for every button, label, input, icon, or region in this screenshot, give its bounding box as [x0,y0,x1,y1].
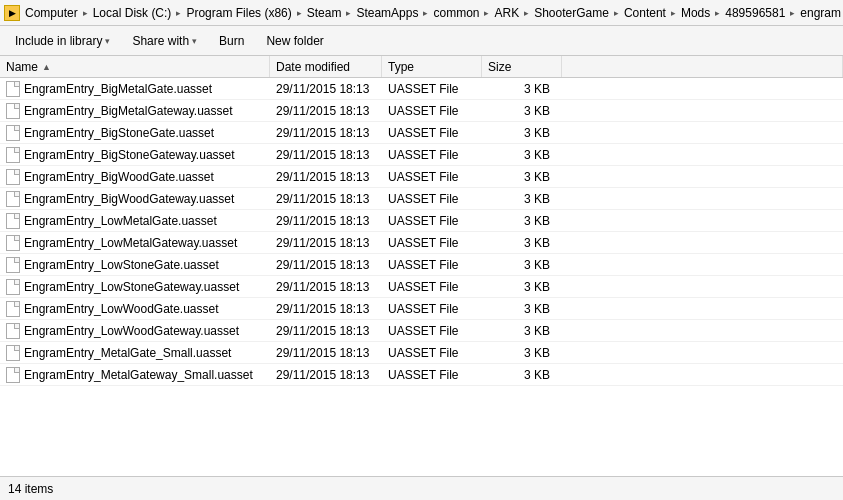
column-headers: Name ▲ Date modified Type Size [0,56,843,78]
new-folder-button[interactable]: New folder [257,30,332,52]
file-icon [6,169,20,185]
folder-icon: ▶ [4,5,20,21]
breadcrumb-mod-id[interactable]: 489596581 [722,5,788,21]
file-icon [6,213,20,229]
file-name-cell: EngramEntry_LowStoneGateway.uasset [0,279,270,295]
file-size-cell: 3 KB [482,236,562,250]
table-row[interactable]: EngramEntry_LowMetalGate.uasset 29/11/20… [0,210,843,232]
breadcrumb-chevron-8[interactable]: ▸ [614,5,619,21]
breadcrumb-chevron-2[interactable]: ▸ [176,5,181,21]
breadcrumb-local-disk[interactable]: Local Disk (C:) [90,5,175,21]
file-size-cell: 3 KB [482,346,562,360]
file-date-cell: 29/11/2015 18:13 [270,324,382,338]
table-row[interactable]: EngramEntry_BigMetalGateway.uasset 29/11… [0,100,843,122]
file-icon [6,147,20,163]
file-icon [6,81,20,97]
file-date-cell: 29/11/2015 18:13 [270,214,382,228]
file-icon [6,257,20,273]
file-name: EngramEntry_BigWoodGateway.uasset [24,192,234,206]
file-name-cell: EngramEntry_LowMetalGateway.uasset [0,235,270,251]
column-type[interactable]: Type [382,56,482,77]
file-size-cell: 3 KB [482,324,562,338]
breadcrumb-chevron-1[interactable]: ▸ [83,5,88,21]
table-row[interactable]: EngramEntry_BigStoneGate.uasset 29/11/20… [0,122,843,144]
status-bar: 14 items [0,476,843,500]
breadcrumb-mods[interactable]: Mods [678,5,713,21]
file-name-cell: EngramEntry_BigWoodGate.uasset [0,169,270,185]
breadcrumb-chevron-9[interactable]: ▸ [671,5,676,21]
file-type-cell: UASSET File [382,368,482,382]
file-type-cell: UASSET File [382,324,482,338]
file-size-cell: 3 KB [482,214,562,228]
table-row[interactable]: EngramEntry_BigWoodGate.uasset 29/11/201… [0,166,843,188]
file-icon [6,191,20,207]
breadcrumb-steamapps[interactable]: SteamApps [353,5,421,21]
burn-button[interactable]: Burn [210,30,253,52]
file-icon [6,367,20,383]
file-type-cell: UASSET File [382,214,482,228]
table-row[interactable]: EngramEntry_BigStoneGateway.uasset 29/11… [0,144,843,166]
table-row[interactable]: EngramEntry_BigMetalGate.uasset 29/11/20… [0,78,843,100]
column-size[interactable]: Size [482,56,562,77]
file-type-cell: UASSET File [382,302,482,316]
file-name: EngramEntry_BigStoneGate.uasset [24,126,214,140]
table-row[interactable]: EngramEntry_BigWoodGateway.uasset 29/11/… [0,188,843,210]
breadcrumb-engram[interactable]: engram [797,5,843,21]
file-date-cell: 29/11/2015 18:13 [270,280,382,294]
file-size-cell: 3 KB [482,302,562,316]
include-chevron-icon: ▾ [105,36,110,46]
file-name: EngramEntry_BigMetalGate.uasset [24,82,212,96]
file-name-cell: EngramEntry_LowStoneGate.uasset [0,257,270,273]
table-row[interactable]: EngramEntry_LowStoneGate.uasset 29/11/20… [0,254,843,276]
file-size-cell: 3 KB [482,104,562,118]
file-size-cell: 3 KB [482,126,562,140]
file-name-cell: EngramEntry_LowWoodGateway.uasset [0,323,270,339]
breadcrumb-chevron-3[interactable]: ▸ [297,5,302,21]
table-row[interactable]: EngramEntry_LowStoneGateway.uasset 29/11… [0,276,843,298]
breadcrumb-chevron-11[interactable]: ▸ [790,5,795,21]
breadcrumb-computer[interactable]: Computer [22,5,81,21]
breadcrumb-common[interactable]: common [430,5,482,21]
file-icon [6,345,20,361]
table-row[interactable]: EngramEntry_MetalGate_Small.uasset 29/11… [0,342,843,364]
file-size-cell: 3 KB [482,368,562,382]
table-row[interactable]: EngramEntry_LowWoodGateway.uasset 29/11/… [0,320,843,342]
breadcrumb-chevron-7[interactable]: ▸ [524,5,529,21]
file-name-cell: EngramEntry_BigWoodGateway.uasset [0,191,270,207]
file-type-cell: UASSET File [382,148,482,162]
include-in-library-button[interactable]: Include in library ▾ [6,30,119,52]
column-rest [562,56,843,77]
file-date-cell: 29/11/2015 18:13 [270,170,382,184]
breadcrumb-chevron-10[interactable]: ▸ [715,5,720,21]
breadcrumb-content[interactable]: Content [621,5,669,21]
breadcrumb-shootergame[interactable]: ShooterGame [531,5,612,21]
breadcrumb-chevron-5[interactable]: ▸ [423,5,428,21]
file-date-cell: 29/11/2015 18:13 [270,302,382,316]
file-type-cell: UASSET File [382,126,482,140]
breadcrumb-chevron-4[interactable]: ▸ [346,5,351,21]
breadcrumb-ark[interactable]: ARK [491,5,522,21]
file-size-cell: 3 KB [482,82,562,96]
file-date-cell: 29/11/2015 18:13 [270,368,382,382]
file-type-cell: UASSET File [382,346,482,360]
file-type-cell: UASSET File [382,192,482,206]
table-row[interactable]: EngramEntry_LowMetalGateway.uasset 29/11… [0,232,843,254]
file-name: EngramEntry_LowMetalGateway.uasset [24,236,237,250]
file-type-cell: UASSET File [382,258,482,272]
breadcrumb-steam[interactable]: Steam [304,5,345,21]
share-with-button[interactable]: Share with ▾ [123,30,206,52]
column-name[interactable]: Name ▲ [0,56,270,77]
file-type-cell: UASSET File [382,170,482,184]
column-date[interactable]: Date modified [270,56,382,77]
file-name-cell: EngramEntry_MetalGate_Small.uasset [0,345,270,361]
breadcrumb-program-files[interactable]: Program Files (x86) [183,5,294,21]
table-row[interactable]: EngramEntry_LowWoodGate.uasset 29/11/201… [0,298,843,320]
file-icon [6,301,20,317]
file-name: EngramEntry_MetalGateway_Small.uasset [24,368,253,382]
table-row[interactable]: EngramEntry_MetalGateway_Small.uasset 29… [0,364,843,386]
file-date-cell: 29/11/2015 18:13 [270,258,382,272]
file-name-cell: EngramEntry_MetalGateway_Small.uasset [0,367,270,383]
breadcrumb-chevron-6[interactable]: ▸ [484,5,489,21]
file-list[interactable]: EngramEntry_BigMetalGate.uasset 29/11/20… [0,78,843,476]
address-bar: ▶ Computer ▸ Local Disk (C:) ▸ Program F… [0,0,843,26]
